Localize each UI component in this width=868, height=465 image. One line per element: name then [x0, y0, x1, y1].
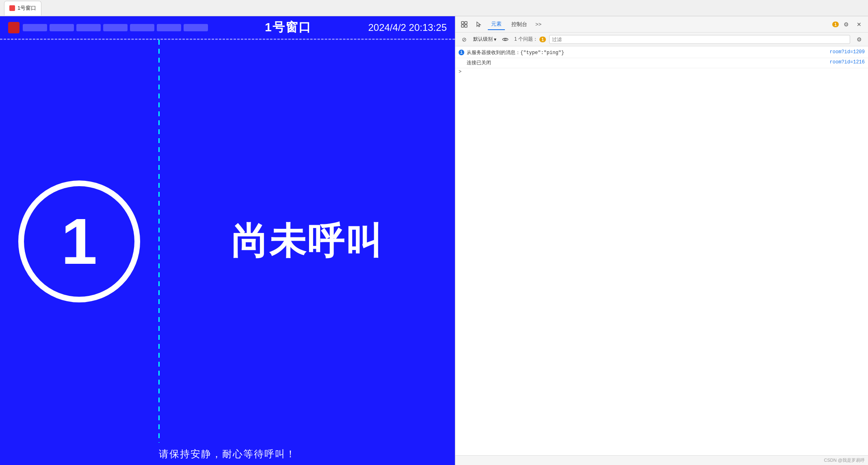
svg-rect-0: [461, 22, 464, 24]
csdn-watermark: CSDN @我是罗易呼: [824, 457, 865, 463]
svg-rect-1: [465, 22, 467, 24]
right-panel: 尚未呼叫: [160, 40, 455, 443]
console-link-1[interactable]: room?id=1209: [830, 49, 865, 55]
console-info-icon-1: i: [459, 50, 464, 55]
tab-favicon: [9, 5, 15, 11]
console-expand-arrow[interactable]: >: [455, 68, 868, 76]
console-link-2[interactable]: room?id=1216: [830, 59, 865, 65]
devtools-panel: 元素 控制台 >> 1 ⚙ ✕ ⊘ 默认级别 ▾ 1 个问: [455, 16, 868, 465]
webpage-topbar: 1号窗口 2024/4/2 20:13:25: [0, 16, 455, 39]
chevron-down-icon: ▾: [494, 37, 496, 42]
main-area: 1号窗口 2024/4/2 20:13:25 1 尚未呼叫 请保持安静，耐心等待…: [0, 16, 868, 465]
webpage-bottom: 请保持安静，耐心等待呼叫！: [0, 443, 455, 465]
close-devtools-icon[interactable]: ✕: [853, 19, 865, 30]
nav-item-4[interactable]: [103, 24, 128, 31]
nav-dots: [23, 24, 208, 31]
ban-icon[interactable]: ⊘: [459, 34, 470, 45]
devtools-console: i 从服务器接收到的消息：{"type":"ping"} room?id=120…: [455, 46, 868, 455]
tab-label: 1号窗口: [17, 4, 36, 12]
svg-rect-3: [465, 25, 467, 27]
settings-icon[interactable]: ⚙: [840, 19, 852, 30]
filter-input[interactable]: [549, 35, 850, 44]
error-badge: 1: [832, 22, 839, 27]
nav-item-6[interactable]: [157, 24, 181, 31]
csdn-bar: CSDN @我是罗易呼: [455, 455, 868, 465]
tab-console[interactable]: 控制台: [508, 19, 530, 30]
nav-item-2[interactable]: [50, 24, 74, 31]
left-panel: 1: [0, 40, 158, 443]
svg-rect-2: [461, 25, 464, 27]
expand-icon: >: [459, 69, 461, 75]
browser-chrome: 1号窗口: [0, 0, 868, 16]
waiting-message: 请保持安静，耐心等待呼叫！: [159, 448, 296, 461]
page-title: 1号窗口: [265, 19, 312, 36]
issues-badge: 1: [539, 37, 546, 42]
issues-label: 1 个问题：: [514, 36, 538, 43]
console-row-2: 连接已关闭 room?id=1216: [455, 58, 868, 68]
webpage-panel: 1号窗口 2024/4/2 20:13:25 1 尚未呼叫 请保持安静，耐心等待…: [0, 16, 455, 465]
svg-point-4: [504, 38, 506, 40]
devtools-settings-icon[interactable]: ⚙: [853, 34, 865, 45]
nav-item-5[interactable]: [130, 24, 154, 31]
cursor-icon[interactable]: [473, 19, 485, 30]
devtools-right-icons: 1 ⚙ ✕: [832, 19, 865, 30]
page-datetime: 2024/4/2 20:13:25: [368, 22, 447, 33]
nav-item-7[interactable]: [184, 24, 208, 31]
issues-count: 1 个问题： 1: [514, 36, 546, 43]
devtools-toolbar2: ⊘ 默认级别 ▾ 1 个问题： 1 ⚙: [455, 33, 868, 46]
console-message-1: 从服务器接收到的消息：{"type":"ping"}: [467, 49, 827, 56]
nav-item-1[interactable]: [23, 24, 47, 31]
app-favicon: [8, 22, 19, 33]
eye-icon[interactable]: [500, 34, 511, 45]
topbar-left: [8, 22, 208, 33]
devtools-toolbar: 元素 控制台 >> 1 ⚙ ✕: [455, 16, 868, 33]
console-row-1: i 从服务器接收到的消息：{"type":"ping"} room?id=120…: [455, 48, 868, 58]
number-circle: 1: [18, 180, 140, 302]
level-label: 默认级别: [473, 36, 493, 43]
webpage-body: 1 尚未呼叫: [0, 40, 455, 443]
inspect-icon[interactable]: [459, 19, 470, 30]
browser-tab[interactable]: 1号窗口: [4, 1, 41, 15]
devtools-more-tabs[interactable]: >>: [534, 20, 543, 29]
level-select[interactable]: 默认级别 ▾: [473, 36, 496, 43]
console-message-2: 连接已关闭: [467, 59, 827, 67]
window-number: 1: [61, 209, 97, 274]
call-status: 尚未呼叫: [231, 217, 384, 266]
nav-item-3[interactable]: [76, 24, 101, 31]
tab-elements[interactable]: 元素: [488, 19, 505, 30]
